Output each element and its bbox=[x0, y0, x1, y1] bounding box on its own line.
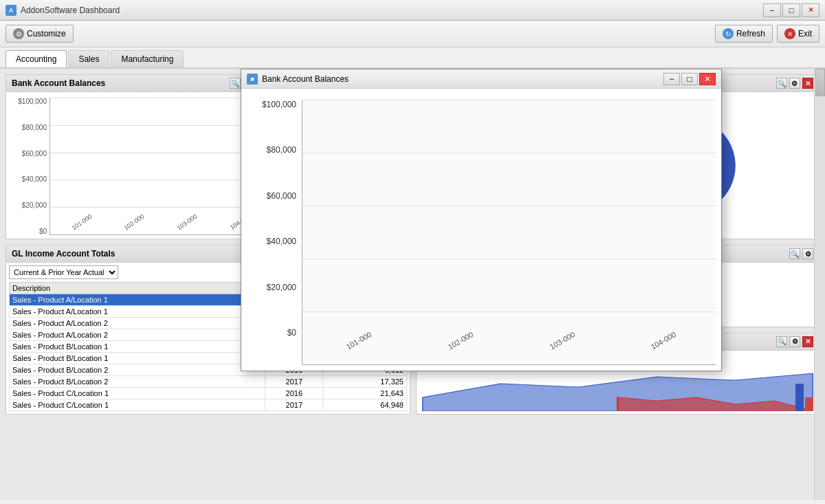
tab-sales[interactable]: Sales bbox=[68, 50, 109, 67]
cell-desc: Sales - Product A/Location 1 bbox=[10, 294, 265, 306]
mini-bars bbox=[795, 370, 813, 411]
modal-bars bbox=[302, 100, 716, 337]
cell-year: 2016 bbox=[265, 388, 323, 399]
modal-icon: ■ bbox=[247, 74, 258, 85]
exit-button[interactable]: ✕ Exit bbox=[777, 25, 820, 43]
modal-chart-area: $100,000 $80,000 $60,000 $40,000 $20,000… bbox=[241, 89, 721, 371]
bank-zoom-button[interactable]: 🔍 bbox=[230, 78, 241, 89]
cell-year: 2017 bbox=[265, 376, 323, 388]
refresh-label: Refresh bbox=[736, 29, 765, 39]
extra-controls: 🔍 ⚙ ✕ bbox=[776, 336, 813, 347]
cell-desc: Sales - Product A/Location 1 bbox=[10, 306, 265, 318]
ytd-zoom-button[interactable]: 🔍 bbox=[776, 78, 787, 89]
ytd-close-button[interactable]: ✕ bbox=[802, 78, 813, 89]
toolbar-left: ⚙ Customize bbox=[6, 25, 74, 43]
cell-desc: Sales - Product B/Location 2 bbox=[10, 364, 265, 376]
col-description: Description bbox=[10, 283, 265, 294]
table-row[interactable]: Sales - Product C/Location 1 2017 64,948 bbox=[10, 399, 407, 411]
refresh-button[interactable]: ↻ Refresh bbox=[715, 25, 773, 43]
refresh-icon: ↻ bbox=[723, 28, 734, 39]
tab-accounting[interactable]: Accounting bbox=[6, 50, 67, 67]
modal-x-labels: 101-000 102-000 103-000 104-000 bbox=[302, 337, 716, 364]
modal-body: $100,000 $80,000 $60,000 $40,000 $20,000… bbox=[241, 89, 721, 371]
app-logo: A bbox=[6, 5, 16, 16]
cell-desc: Sales - Product A/Location 2 bbox=[10, 318, 265, 329]
cell-desc: Sales - Product C/Location 1 bbox=[10, 388, 265, 399]
toolbar-right: ↻ Refresh ✕ Exit bbox=[715, 25, 820, 43]
cell-desc: Sales - Product B/Location 1 bbox=[10, 353, 265, 364]
bank-bottom-settings[interactable]: ⚙ bbox=[802, 248, 813, 259]
exit-label: Exit bbox=[798, 29, 812, 39]
close-button[interactable]: ✕ bbox=[802, 3, 820, 17]
cell-desc: Sales - Product B/Location 2 bbox=[10, 376, 265, 388]
customize-label: Customize bbox=[27, 29, 66, 39]
modal-bank-account: ■ Bank Account Balances − □ ✕ $100,000 $… bbox=[241, 69, 722, 371]
cell-total: 21,643 bbox=[323, 388, 407, 399]
extra-zoom[interactable]: 🔍 bbox=[776, 336, 787, 347]
ytd-settings-button[interactable]: ⚙ bbox=[789, 78, 800, 89]
modal-controls: − □ ✕ bbox=[663, 73, 716, 85]
modal-maximize[interactable]: □ bbox=[681, 73, 698, 85]
customize-icon: ⚙ bbox=[13, 28, 24, 39]
gl-period-select[interactable]: Current & Prior Year Actual bbox=[9, 265, 118, 279]
table-row[interactable]: Sales - Product B/Location 2 2017 17,325 bbox=[10, 376, 407, 388]
bank-bottom-zoom[interactable]: 🔍 bbox=[789, 248, 800, 259]
cell-desc: Sales - Product B/Location 1 bbox=[10, 341, 265, 353]
bank-account-header: Bank Account Balances 🔍 ⚙ ✕ bbox=[6, 75, 272, 92]
modal-chart-inner: 101-000 102-000 103-000 104-000 bbox=[302, 100, 716, 365]
cell-desc: Sales - Product C/Location 1 bbox=[10, 399, 265, 411]
bank-bottom-controls: 🔍 ⚙ bbox=[789, 248, 813, 259]
extra-settings[interactable]: ⚙ bbox=[789, 336, 800, 347]
window-controls: − □ ✕ bbox=[763, 3, 820, 17]
modal-close[interactable]: ✕ bbox=[699, 73, 716, 85]
table-row[interactable]: Sales - Product C/Location 1 2016 21,643 bbox=[10, 388, 407, 399]
bank-account-body: $100,000 $80,000 $60,000 $40,000 $20,000… bbox=[6, 92, 272, 239]
bank-account-title: Bank Account Balances bbox=[12, 78, 105, 88]
tab-bar: Accounting Sales Manufacturing bbox=[0, 47, 825, 69]
minimize-button[interactable]: − bbox=[763, 3, 781, 17]
bank-chart: $100,000 $80,000 $60,000 $40,000 $20,000… bbox=[12, 98, 267, 235]
extra-close[interactable]: ✕ bbox=[802, 336, 813, 347]
modal-minimize[interactable]: − bbox=[663, 73, 680, 85]
bank-y-axis: $100,000 $80,000 $60,000 $40,000 $20,000… bbox=[12, 98, 50, 235]
main-content: Bank Account Balances 🔍 ⚙ ✕ $100,000 $80… bbox=[0, 69, 825, 500]
bank-x-labels: 101-000 102-000 103-000 104-0... bbox=[50, 215, 267, 228]
bank-chart-inner: 101-000 102-000 103-000 104-0... bbox=[50, 98, 267, 235]
toolbar: ⚙ Customize ↻ Refresh ✕ Exit bbox=[0, 21, 825, 47]
scrollbar-thumb[interactable] bbox=[815, 69, 825, 96]
app-title: AddonSoftware Dashboard bbox=[21, 6, 120, 15]
maximize-button[interactable]: □ bbox=[782, 3, 800, 17]
bank-account-widget: Bank Account Balances 🔍 ⚙ ✕ $100,000 $80… bbox=[6, 74, 273, 239]
app-title-section: A AddonSoftware Dashboard bbox=[6, 5, 120, 16]
cell-year: 2017 bbox=[265, 399, 323, 411]
titlebar: A AddonSoftware Dashboard − □ ✕ bbox=[0, 0, 825, 21]
exit-icon: ✕ bbox=[784, 28, 795, 39]
modal-title-section: ■ Bank Account Balances bbox=[247, 74, 349, 85]
cell-desc: Sales - Product A/Location 2 bbox=[10, 329, 265, 341]
cell-total: 64,948 bbox=[323, 399, 407, 411]
ytd-controls: 🔍 ⚙ ✕ bbox=[776, 78, 813, 89]
modal-titlebar: ■ Bank Account Balances − □ ✕ bbox=[241, 69, 721, 89]
modal-y-axis: $100,000 $80,000 $60,000 $40,000 $20,000… bbox=[247, 100, 302, 365]
scrollbar[interactable] bbox=[814, 69, 825, 500]
tab-manufacturing[interactable]: Manufacturing bbox=[111, 50, 184, 67]
bank-bars bbox=[50, 98, 267, 215]
customize-button[interactable]: ⚙ Customize bbox=[6, 25, 74, 43]
modal-title-text: Bank Account Balances bbox=[262, 74, 349, 84]
cell-total: 17,325 bbox=[323, 376, 407, 388]
gl-income-title: GL Income Account Totals bbox=[12, 249, 115, 259]
